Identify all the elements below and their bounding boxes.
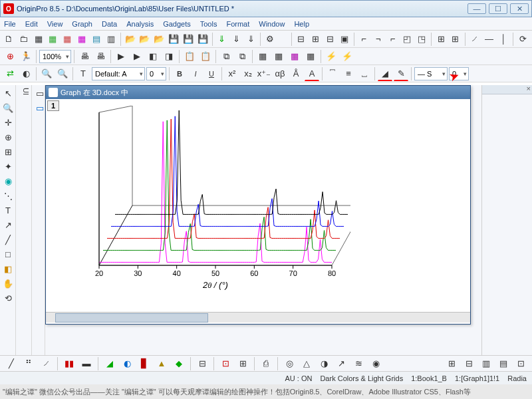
layer-tab-1[interactable]: 1 [47, 100, 59, 111]
open-icon[interactable]: 📂 [124, 32, 137, 47]
vline-icon[interactable]: │ [497, 32, 510, 47]
menu-file[interactable]: File [4, 20, 16, 28]
plot-vector-icon[interactable]: ↗ [334, 356, 348, 371]
extract-icon[interactable]: ▣ [338, 32, 351, 47]
hline-icon[interactable]: — [483, 32, 496, 47]
align-bot-icon[interactable]: ⎵ [357, 66, 372, 81]
plot-stack-icon[interactable]: ▊ [137, 356, 152, 371]
print-icon[interactable]: 🖶 [77, 49, 92, 64]
right-panel-header[interactable] [482, 85, 532, 94]
line-tool-icon[interactable]: ╱ [1, 233, 15, 246]
linestyle-combo[interactable]: — S [414, 67, 448, 80]
xf3-icon[interactable]: ▥ [479, 356, 493, 371]
mask-tool-icon[interactable]: ✦ [1, 160, 15, 173]
rotate-icon[interactable]: ⟲ [1, 291, 15, 305]
new-matrix-icon[interactable]: ▦ [75, 32, 88, 47]
slideshow4-icon[interactable]: ◨ [162, 49, 176, 64]
plot-3d-icon[interactable]: ▲ [154, 356, 169, 371]
data-reader-icon[interactable]: ⊕ [1, 130, 15, 144]
zoom-out-icon[interactable]: 🔍 [55, 66, 70, 81]
layer-icon[interactable]: ▭ [33, 86, 47, 100]
arrow-icon[interactable]: ↗ [1, 218, 15, 231]
zoom-in-icon[interactable]: 🔍 [39, 66, 54, 81]
zoom-combo[interactable]: 100% [39, 50, 71, 63]
add-inset-icon[interactable]: ◰ [401, 32, 414, 47]
text-tool-icon[interactable]: T [76, 66, 90, 81]
plot-box-icon[interactable]: ⊡ [218, 356, 233, 371]
minimize-button[interactable]: — [467, 3, 486, 14]
plot-double-y-icon[interactable]: ⊟ [195, 356, 209, 371]
menu-graph[interactable]: Graph [72, 20, 92, 28]
plot-contour-icon[interactable]: ◉ [368, 356, 383, 371]
plot-line-icon[interactable]: ╱ [4, 356, 19, 371]
menu-data[interactable]: Data [102, 20, 117, 28]
region2-icon[interactable]: ◧ [1, 262, 15, 275]
save-icon[interactable]: 💾 [167, 32, 180, 47]
font-color-icon[interactable]: A [305, 66, 319, 81]
slideshow-icon[interactable]: ▶ [114, 49, 128, 64]
refresh-icon[interactable]: ⟳ [516, 32, 529, 47]
batch-icon[interactable]: ⚙ [263, 32, 277, 47]
add-right-icon[interactable]: ¬ [372, 32, 385, 47]
font-a-icon[interactable]: Å [289, 66, 303, 81]
zoom-rect-icon[interactable]: 🔍 [1, 101, 15, 114]
merge-icon[interactable]: ⊞ [434, 32, 448, 47]
col-icon[interactable]: ▦ [255, 49, 270, 64]
copy-page-icon[interactable]: 📋 [182, 49, 197, 64]
maximize-button[interactable]: ☐ [489, 3, 507, 14]
font-combo[interactable]: Default: A [92, 67, 145, 80]
save-window-icon[interactable]: 💾 [196, 32, 209, 47]
col3-icon[interactable]: ▦ [287, 49, 302, 64]
side-panel[interactable]: UI [16, 85, 32, 358]
graph-hscrollbar[interactable] [46, 312, 470, 323]
add-top-icon[interactable]: ⌐ [357, 32, 370, 47]
rect-tool-icon[interactable]: □ [1, 247, 15, 261]
plot-polar-icon[interactable]: ◎ [282, 356, 297, 371]
new-project-icon[interactable]: 🗋 [3, 32, 16, 47]
mask-icon[interactable]: ◐ [19, 66, 33, 81]
duplicate-icon[interactable]: ⧉ [219, 49, 233, 64]
xf2-icon[interactable]: ⊟ [462, 356, 476, 371]
screen-reader-icon[interactable]: ✛ [1, 116, 15, 129]
new-excel-icon[interactable]: ▦ [47, 32, 60, 47]
xf5-icon[interactable]: ⊡ [513, 356, 528, 371]
align-top-icon[interactable]: ⎴ [325, 66, 340, 81]
supersub-icon[interactable]: x⁺₋ [257, 66, 271, 81]
plot-scatter-icon[interactable]: ⠛ [21, 356, 36, 371]
new-workbook-icon[interactable]: ▦ [32, 32, 45, 47]
plot-ternary-icon[interactable]: △ [299, 356, 314, 371]
data-selector-icon[interactable]: ⊞ [1, 145, 15, 158]
new-folder-icon[interactable]: 🗀 [17, 32, 31, 47]
italic-icon[interactable]: I [188, 66, 203, 81]
menu-edit[interactable]: Edit [25, 20, 38, 28]
subscript-icon[interactable]: x₂ [241, 66, 255, 81]
col2-icon[interactable]: ▦ [271, 49, 286, 64]
line-color-icon[interactable]: ✎ [394, 66, 408, 81]
graph-window[interactable]: Graph 在 3D.docx 中 1 203040506070802θ / (… [45, 85, 471, 325]
import-ascii-icon[interactable]: ⇓ [229, 32, 243, 47]
plot-column-icon[interactable]: ▮▮ [62, 356, 76, 371]
col4-icon[interactable]: ▦ [303, 49, 318, 64]
region-icon[interactable]: ◉ [1, 174, 15, 188]
menu-window[interactable]: Window [259, 20, 285, 28]
ops2-icon[interactable]: ⚡ [340, 49, 354, 64]
plot-area-icon[interactable]: ◢ [102, 356, 117, 371]
fill-color-icon[interactable]: ◢ [378, 66, 392, 81]
plot-pie-icon[interactable]: ◐ [120, 356, 134, 371]
plot-fill-icon[interactable]: ◆ [172, 356, 186, 371]
duplicate2-icon[interactable]: ⧉ [235, 49, 249, 64]
rescale-icon[interactable]: ⊕ [3, 49, 17, 64]
plot-area[interactable]: 203040506070802θ / (°) [74, 106, 350, 292]
ops-icon[interactable]: ⚡ [324, 49, 338, 64]
menu-help[interactable]: Help [294, 20, 309, 28]
send-clip-icon[interactable]: 📋 [198, 49, 213, 64]
line-icon[interactable]: ⟋ [468, 32, 481, 47]
pointer-icon[interactable]: ↖ [1, 86, 15, 100]
save-template-icon[interactable]: 💾 [182, 32, 195, 47]
edit-range-icon[interactable]: ⇄ [3, 66, 17, 81]
xf-icon[interactable]: ⊞ [444, 356, 459, 371]
graph-window-titlebar[interactable]: Graph 在 3D.docx 中 [46, 86, 470, 99]
pan-icon[interactable]: ✋ [1, 277, 15, 290]
menu-gadgets[interactable]: Gadgets [163, 20, 191, 28]
bold-icon[interactable]: B [172, 66, 187, 81]
